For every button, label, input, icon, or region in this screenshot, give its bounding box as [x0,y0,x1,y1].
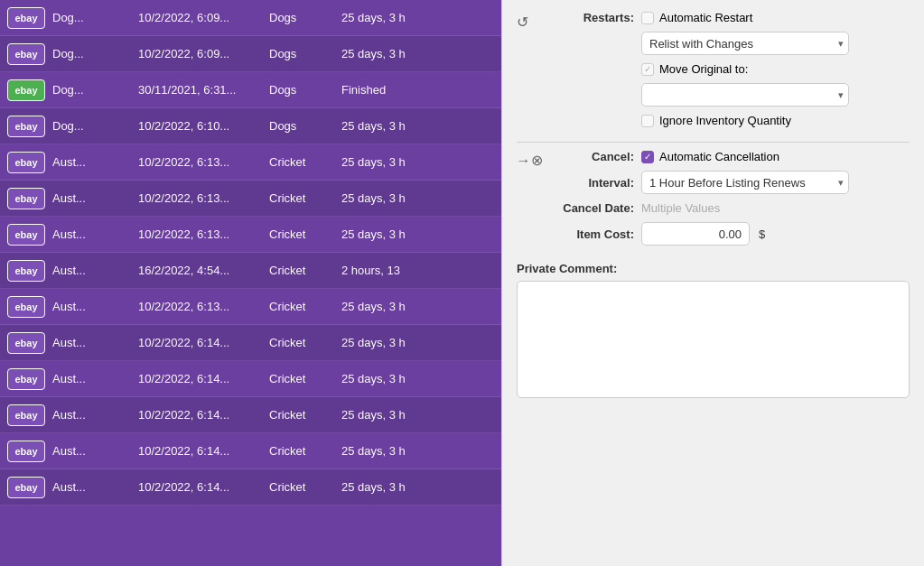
cancel-label: Cancel: [542,150,641,163]
col-category: Cricket [269,480,341,494]
private-comment-textarea[interactable] [517,281,910,398]
automatic-restart-label: Automatic Restart [659,11,752,24]
table-row[interactable]: ebayAust...10/2/2022, 6:13...Cricket25 d… [0,144,501,181]
relist-select[interactable]: Relist with Changes Relist Identically R… [641,32,849,55]
col-duration: 2 hours, 13 [341,264,494,277]
col-date: 10/2/2022, 6:13... [138,227,269,241]
col-duration: 25 days, 3 h [341,191,494,205]
col-duration: 25 days, 3 h [341,480,494,494]
ignore-inventory-label: Ignore Inventory Quantity [659,114,791,127]
table-row[interactable]: ebayDog...30/11/2021, 6:31...DogsFinishe… [0,72,501,108]
cancel-content: Cancel: Automatic Cancellation Interval:… [542,150,910,253]
table-row[interactable]: ebayAust...10/2/2022, 6:13...Cricket25 d… [0,217,501,253]
table-row[interactable]: ebayAust...16/2/2022, 4:54...Cricket2 ho… [0,253,501,289]
col-category: Cricket [269,372,341,385]
move-dest-select[interactable] [641,83,849,107]
col-duration: 25 days, 3 h [341,119,494,133]
col-date: 10/2/2022, 6:14... [138,408,269,422]
ignore-inventory-checkbox[interactable] [641,115,654,127]
ebay-badge: ebay [7,152,45,173]
col-category: Cricket [269,191,341,205]
table-row[interactable]: ebayAust...10/2/2022, 6:13...Cricket25 d… [0,181,501,217]
interval-select-wrapper[interactable]: 1 Hour Before Listing Renews 2 Hours Bef… [641,171,849,194]
ebay-badge: ebay [7,116,45,137]
col-duration: 25 days, 3 h [341,408,494,422]
table-row[interactable]: ebayAust...10/2/2022, 6:13...Cricket25 d… [0,289,501,325]
relist-select-wrapper[interactable]: Relist with Changes Relist Identically R… [641,32,849,55]
cancel-date-value: Multiple Values [641,201,720,215]
currency-symbol: $ [759,227,765,241]
ebay-badge: ebay [7,188,45,209]
col-date: 10/2/2022, 6:14... [138,444,269,458]
cancel-section: →⊗ Cancel: Automatic Cancellation Interv… [517,150,910,253]
col-duration: 25 days, 3 h [341,300,494,313]
private-comment-section: Private Comment: [517,262,910,401]
move-original-label: Move Original to: [659,62,748,76]
col-date: 30/11/2021, 6:31... [138,83,269,97]
table-row[interactable]: ebayAust...10/2/2022, 6:14...Cricket25 d… [0,433,501,469]
restarts-section: ↺ Restarts: Automatic Restart Relist wit… [517,11,910,135]
move-dest-select-wrapper[interactable] [641,83,849,107]
col-name: Dog... [52,47,138,60]
col-duration: 25 days, 3 h [341,11,494,24]
restart-content: Restarts: Automatic Restart Relist with … [542,11,910,135]
listings-table: ebayDog...10/2/2022, 6:09...Dogs25 days,… [0,0,501,566]
ebay-badge: ebay [7,296,45,318]
table-row[interactable]: ebayDog...10/2/2022, 6:09...Dogs25 days,… [0,36,501,72]
ebay-badge: ebay [7,441,45,462]
move-original-checkbox[interactable] [641,63,654,76]
cancel-icon: →⊗ [517,152,542,169]
col-category: Cricket [269,264,341,277]
col-name: Aust... [52,227,138,241]
section-divider-1 [517,142,910,143]
table-row[interactable]: ebayDog...10/2/2022, 6:09...Dogs25 days,… [0,0,501,36]
col-name: Aust... [52,300,138,313]
item-cost-label: Item Cost: [542,227,641,241]
cancel-date-label: Cancel Date: [542,201,641,215]
col-category: Cricket [269,300,341,313]
col-name: Dog... [52,11,138,24]
col-category: Dogs [269,83,341,97]
ebay-badge: ebay [7,43,45,65]
col-name: Aust... [52,191,138,205]
col-category: Dogs [269,47,341,60]
col-category: Cricket [269,155,341,169]
ebay-badge: ebay [7,260,45,282]
col-date: 10/2/2022, 6:14... [138,372,269,385]
col-date: 16/2/2022, 4:54... [138,264,269,277]
col-category: Cricket [269,227,341,241]
restart-icon: ↺ [517,11,542,31]
ebay-badge: ebay [7,79,45,101]
col-name: Aust... [52,408,138,422]
col-name: Dog... [52,119,138,133]
col-category: Cricket [269,444,341,458]
col-duration: 25 days, 3 h [341,155,494,169]
automatic-restart-checkbox[interactable] [641,12,654,24]
table-row[interactable]: ebayAust...10/2/2022, 6:14...Cricket25 d… [0,325,501,361]
col-duration: 25 days, 3 h [341,47,494,60]
col-category: Cricket [269,336,341,349]
item-cost-input[interactable] [641,222,750,246]
interval-select[interactable]: 1 Hour Before Listing Renews 2 Hours Bef… [641,171,849,194]
automatic-cancellation-checkbox[interactable] [641,151,654,163]
col-name: Aust... [52,264,138,277]
col-name: Aust... [52,444,138,458]
table-row[interactable]: ebayDog...10/2/2022, 6:10...Dogs25 days,… [0,108,501,144]
col-date: 10/2/2022, 6:13... [138,191,269,205]
col-name: Aust... [52,372,138,385]
table-row[interactable]: ebayAust...10/2/2022, 6:14...Cricket25 d… [0,469,501,506]
col-name: Aust... [52,336,138,349]
ebay-badge: ebay [7,332,45,354]
ebay-badge: ebay [7,224,45,246]
automatic-cancellation-label: Automatic Cancellation [659,150,779,163]
col-date: 10/2/2022, 6:14... [138,336,269,349]
col-date: 10/2/2022, 6:09... [138,11,269,24]
col-duration: 25 days, 3 h [341,372,494,385]
col-date: 10/2/2022, 6:13... [138,155,269,169]
ebay-badge: ebay [7,7,45,29]
col-duration: 25 days, 3 h [341,444,494,458]
restarts-label: Restarts: [542,11,641,24]
table-row[interactable]: ebayAust...10/2/2022, 6:14...Cricket25 d… [0,361,501,397]
ebay-badge: ebay [7,477,45,498]
table-row[interactable]: ebayAust...10/2/2022, 6:14...Cricket25 d… [0,397,501,433]
